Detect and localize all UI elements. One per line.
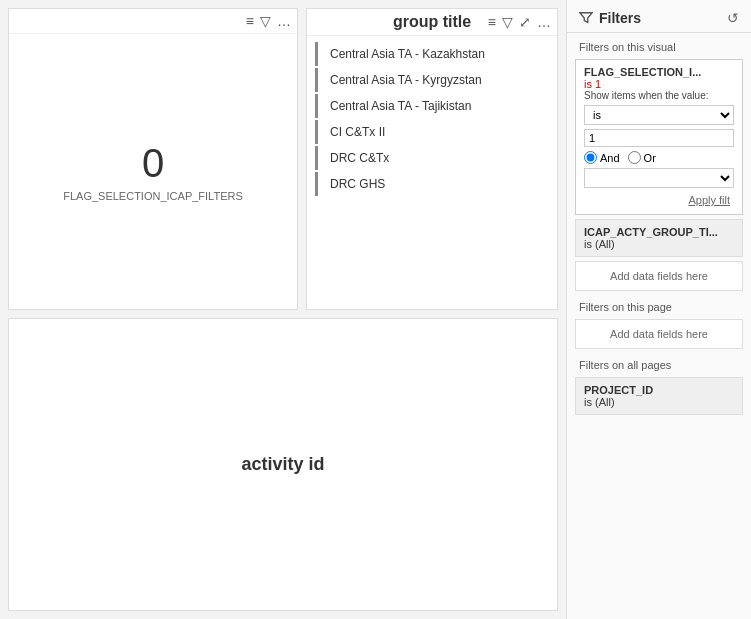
flag-filter-second-select[interactable] bbox=[584, 168, 734, 188]
flag-filter-show-items-label: Show items when the value: bbox=[584, 90, 734, 101]
flag-number: 0 bbox=[142, 141, 164, 186]
filters-panel: Filters ↺ Filters on this visual FLAG_SE… bbox=[566, 0, 751, 619]
list-item: Central Asia TA - Tajikistan bbox=[315, 94, 557, 118]
project-filter-value: is (All) bbox=[584, 396, 734, 408]
page-filter-section-label: Filters on this page bbox=[567, 293, 751, 317]
activity-id-card: activity id bbox=[8, 318, 558, 611]
visuals-row: ≡ ▽ … 0 FLAG_SELECTION_ICAP_FILTERS grou… bbox=[0, 0, 566, 310]
list-item: Central Asia TA - Kyrgyzstan bbox=[315, 68, 557, 92]
main-content: ≡ ▽ … 0 FLAG_SELECTION_ICAP_FILTERS grou… bbox=[0, 0, 566, 619]
list-item: DRC GHS bbox=[315, 172, 557, 196]
filter-panel-icon bbox=[579, 11, 593, 25]
add-data-page[interactable]: Add data fields here bbox=[575, 319, 743, 349]
flag-card-body: 0 FLAG_SELECTION_ICAP_FILTERS bbox=[9, 34, 297, 309]
flag-filter-value: is 1 bbox=[584, 78, 734, 90]
flag-filter-title: FLAG_SELECTION_I... bbox=[584, 66, 734, 78]
group-more-icon[interactable]: … bbox=[537, 14, 551, 30]
or-radio-group[interactable]: Or bbox=[628, 151, 656, 164]
and-radio[interactable] bbox=[584, 151, 597, 164]
filters-header: Filters ↺ bbox=[567, 0, 751, 33]
activity-id-label: activity id bbox=[241, 454, 324, 475]
apply-button-row: Apply filt bbox=[584, 192, 734, 208]
icap-filter-card: ICAP_ACTY_GROUP_TI... is (All) bbox=[575, 219, 743, 257]
list-item: Central Asia TA - Kazakhstan bbox=[315, 42, 557, 66]
project-filter-card: PROJECT_ID is (All) bbox=[575, 377, 743, 415]
or-radio[interactable] bbox=[628, 151, 641, 164]
group-toolbar-icons: ≡ ▽ ⤢ … bbox=[488, 14, 551, 30]
add-data-visual[interactable]: Add data fields here bbox=[575, 261, 743, 291]
group-hamburger-icon[interactable]: ≡ bbox=[488, 14, 496, 30]
and-radio-group[interactable]: And bbox=[584, 151, 620, 164]
list-item: DRC C&Tx bbox=[315, 146, 557, 170]
flag-filter-condition-select[interactable]: is is not is less than is greater than bbox=[584, 105, 734, 125]
group-title-card: group title ≡ ▽ ⤢ … Central Asia TA - Ka… bbox=[306, 8, 558, 310]
group-title-heading: group title bbox=[393, 13, 471, 31]
list-item: CI C&Tx II bbox=[315, 120, 557, 144]
hamburger-icon[interactable]: ≡ bbox=[246, 13, 254, 29]
project-filter-title: PROJECT_ID bbox=[584, 384, 734, 396]
apply-filter-button[interactable]: Apply filt bbox=[684, 192, 734, 208]
filters-close-icon[interactable]: ↺ bbox=[727, 10, 739, 26]
filter-icon[interactable]: ▽ bbox=[260, 13, 271, 29]
more-icon[interactable]: … bbox=[277, 13, 291, 29]
flag-filter-card: FLAG_SELECTION_I... is 1 Show items when… bbox=[575, 59, 743, 215]
and-label: And bbox=[600, 152, 620, 164]
group-expand-icon[interactable]: ⤢ bbox=[519, 14, 531, 30]
card-flag-toolbar: ≡ ▽ … bbox=[9, 9, 297, 34]
icap-filter-value: is (All) bbox=[584, 238, 734, 250]
icap-filter-title: ICAP_ACTY_GROUP_TI... bbox=[584, 226, 734, 238]
filter-radio-row: And Or bbox=[584, 151, 734, 164]
group-list: Central Asia TA - Kazakhstan Central Asi… bbox=[307, 36, 557, 309]
all-pages-filter-section-label: Filters on all pages bbox=[567, 351, 751, 375]
flag-selection-card: ≡ ▽ … 0 FLAG_SELECTION_ICAP_FILTERS bbox=[8, 8, 298, 310]
group-filter-icon[interactable]: ▽ bbox=[502, 14, 513, 30]
flag-filter-value-input[interactable] bbox=[584, 129, 734, 147]
or-label: Or bbox=[644, 152, 656, 164]
filters-title: Filters bbox=[579, 10, 641, 26]
visual-filter-section-label: Filters on this visual bbox=[567, 33, 751, 57]
card-group-toolbar: group title ≡ ▽ ⤢ … bbox=[307, 9, 557, 36]
flag-label: FLAG_SELECTION_ICAP_FILTERS bbox=[63, 190, 243, 202]
